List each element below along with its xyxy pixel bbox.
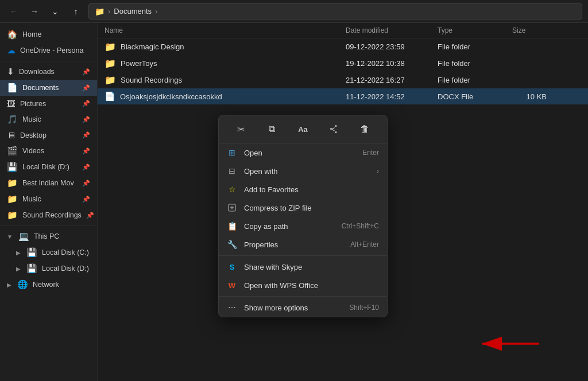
- this-pc-icon: 💻: [18, 231, 29, 242]
- ctx-item-compress-zip[interactable]: Compress to ZIP file: [219, 199, 387, 217]
- sidebar-label-desktop: Desktop: [20, 131, 47, 139]
- sidebar-item-localdisk-d[interactable]: 💾 Local Disk (D:) 📌: [0, 159, 97, 175]
- sidebar-label-music2: Music: [22, 195, 41, 203]
- sidebar-item-network[interactable]: ▶ 🌐 Network: [0, 277, 97, 293]
- sidebar-label-local-c: Local Disk (C:): [42, 248, 89, 256]
- sidebar-label-downloads: Downloads: [19, 68, 55, 76]
- open-with-icon: ⊟: [227, 166, 237, 176]
- ctx-item-skype[interactable]: S Share with Skype: [219, 258, 387, 276]
- documents-icon: 📄: [7, 83, 18, 93]
- zip-icon: [227, 203, 237, 213]
- local-c-icon: 💾: [26, 247, 37, 258]
- ctx-copy-path-label: Copy as path: [244, 222, 335, 231]
- title-bar: ← → ⌄ ↑ 📁 › Documents ›: [0, 0, 588, 23]
- ctx-item-copy-path[interactable]: 📋 Copy as path Ctrl+Shift+C: [219, 217, 387, 235]
- sidebar-label-onedrive: OneDrive - Persona: [20, 46, 83, 55]
- address-bar[interactable]: 📁 › Documents ›: [88, 3, 582, 20]
- desktop-icon: 🖥: [7, 130, 16, 140]
- copy-path-icon: 📋: [227, 221, 237, 231]
- ctx-item-add-favorites[interactable]: ☆ Add to Favorites: [219, 180, 387, 199]
- local-d-icon: 💾: [26, 263, 37, 274]
- music-icon: 🎵: [7, 114, 18, 125]
- pictures-pin-icon: 📌: [82, 100, 90, 107]
- ctx-item-show-more[interactable]: ⋯ Show more options Shift+F10: [219, 298, 387, 317]
- sidebar-item-onedrive[interactable]: ☁ OneDrive - Persona: [0, 42, 97, 59]
- ctx-item-properties[interactable]: 🔧 Properties Alt+Enter: [219, 235, 387, 254]
- sidebar-label-localdisk-d: Local Disk (D:): [22, 163, 69, 171]
- sidebar-divider-1: [0, 61, 97, 61]
- downloads-pin-icon: 📌: [82, 68, 90, 76]
- address-separator: ›: [108, 7, 110, 15]
- ctx-properties-shortcut: Alt+Enter: [350, 240, 379, 248]
- soundrecordings-icon: 📁: [7, 210, 18, 220]
- back-button[interactable]: ←: [6, 3, 22, 20]
- ctx-separator-2: [219, 296, 387, 297]
- sidebar-item-desktop[interactable]: 🖥 Desktop 📌: [0, 127, 97, 143]
- soundrecordings-pin-icon: 📌: [86, 212, 94, 219]
- ctx-item-wps[interactable]: W Open with WPS Office: [219, 276, 387, 294]
- sidebar-item-this-pc[interactable]: ▼ 💻 This PC: [0, 228, 97, 244]
- sidebar-item-music[interactable]: 🎵 Music 📌: [0, 111, 97, 127]
- music2-pin-icon: 📌: [82, 196, 90, 203]
- ctx-skype-label: Share with Skype: [244, 263, 379, 271]
- desktop-pin-icon: 📌: [82, 131, 90, 139]
- file-area: Name Date modified Type Size 📁 Blackmagi…: [98, 23, 588, 381]
- sidebar-label-network: Network: [33, 281, 59, 289]
- sidebar-item-local-c[interactable]: ▶ 💾 Local Disk (C:): [0, 244, 97, 261]
- history-dropdown-button[interactable]: ⌄: [47, 3, 63, 20]
- sidebar-item-home[interactable]: 🏠 Home: [0, 26, 97, 42]
- ctx-item-open[interactable]: ⊞ Open Enter: [219, 143, 387, 162]
- sidebar-label-documents: Documents: [22, 84, 59, 92]
- ctx-show-more-shortcut: Shift+F10: [349, 304, 379, 312]
- ctx-cut-button[interactable]: ✂: [231, 120, 252, 138]
- ctx-favorites-label: Add to Favorites: [244, 185, 379, 194]
- ctx-open-shortcut: Enter: [362, 149, 379, 157]
- address-path: Documents: [114, 7, 152, 15]
- sidebar-item-documents[interactable]: 📄 Documents 📌: [0, 80, 97, 96]
- sidebar-label-music: Music: [22, 115, 41, 123]
- sidebar-label-local-d: Local Disk (D:): [42, 265, 89, 273]
- localdisk-d-pin-icon: 📌: [82, 164, 90, 171]
- ctx-rename-button[interactable]: Aa: [292, 120, 313, 138]
- ctx-separator-1: [219, 255, 387, 256]
- videos-icon: 🎬: [7, 146, 18, 156]
- ctx-share-button[interactable]: [323, 120, 344, 138]
- ctx-copy-path-shortcut: Ctrl+Shift+C: [342, 222, 379, 230]
- ctx-copy-button[interactable]: ⧉: [262, 120, 283, 138]
- videos-pin-icon: 📌: [82, 147, 90, 155]
- forward-button[interactable]: →: [26, 3, 42, 20]
- sidebar-divider-2: [0, 226, 97, 226]
- red-arrow: [473, 332, 542, 355]
- music2-icon: 📁: [7, 194, 18, 204]
- sidebar-item-local-d[interactable]: ▶ 💾 Local Disk (D:): [0, 261, 97, 277]
- sidebar-item-pictures[interactable]: 🖼 Pictures 📌: [0, 96, 97, 111]
- show-more-icon: ⋯: [227, 302, 237, 313]
- sidebar-label-this-pc: This PC: [34, 232, 59, 240]
- network-icon: 🌐: [17, 279, 28, 290]
- up-button[interactable]: ↑: [68, 3, 84, 20]
- sidebar-item-music2[interactable]: 📁 Music 📌: [0, 191, 97, 207]
- sidebar-item-bestindianmov[interactable]: 📁 Best Indian Mov 📌: [0, 175, 97, 191]
- skype-icon: S: [227, 262, 237, 272]
- ctx-compress-label: Compress to ZIP file: [244, 204, 379, 212]
- sidebar-label-soundrecordings: Sound Recordings: [22, 211, 82, 219]
- sidebar-label-pictures: Pictures: [20, 100, 46, 108]
- context-menu-overlay: ✂ ⧉ Aa 🗑 ⊞ Open Enter ⊟ Open: [98, 23, 588, 381]
- open-icon: ⊞: [227, 147, 237, 158]
- ctx-delete-button[interactable]: 🗑: [354, 120, 375, 138]
- ctx-open-label: Open: [244, 149, 355, 157]
- open-with-arrow-icon: ›: [377, 167, 379, 175]
- sidebar-label-home: Home: [22, 30, 41, 38]
- home-icon: 🏠: [7, 29, 18, 40]
- network-expand-icon: ▶: [7, 282, 11, 288]
- sidebar-item-videos[interactable]: 🎬 Videos 📌: [0, 143, 97, 159]
- ctx-item-open-with[interactable]: ⊟ Open with ›: [219, 162, 387, 180]
- sidebar: 🏠 Home ☁ OneDrive - Persona ⬇ Downloads …: [0, 23, 98, 381]
- ctx-show-more-label: Show more options: [244, 304, 342, 312]
- onedrive-icon: ☁: [7, 45, 16, 56]
- address-folder-icon: 📁: [95, 7, 105, 16]
- documents-pin-icon: 📌: [82, 84, 90, 92]
- this-pc-expand-icon: ▼: [7, 234, 13, 240]
- sidebar-item-downloads[interactable]: ⬇ Downloads 📌: [0, 64, 97, 80]
- sidebar-item-soundrecordings[interactable]: 📁 Sound Recordings 📌: [0, 207, 97, 223]
